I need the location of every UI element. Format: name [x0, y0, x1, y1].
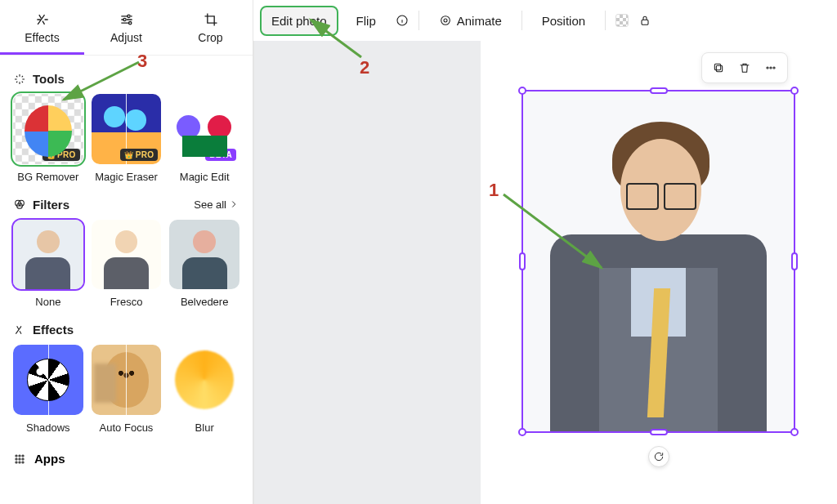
trash-icon [738, 61, 751, 74]
resize-handle-ne[interactable] [790, 87, 799, 95]
tool-magic-edit[interactable]: BETA Magic Edit [169, 94, 239, 183]
svg-point-1 [123, 18, 125, 20]
svg-rect-18 [642, 20, 648, 25]
resize-handle-n[interactable] [650, 87, 668, 94]
filter-fresco[interactable]: Fresco [92, 220, 162, 309]
sparkle-icon [13, 73, 26, 86]
resize-handle-w[interactable] [519, 252, 526, 270]
panel-tabs: Effects Adjust Crop [0, 0, 253, 56]
tool-magic-edit-label: Magic Edit [180, 171, 230, 183]
section-filters: Filters See all None Fresco [13, 198, 239, 309]
more-button[interactable] [759, 56, 782, 79]
flip-label: Flip [356, 14, 376, 28]
svg-point-22 [770, 67, 772, 69]
beta-badge: BETA [205, 149, 236, 161]
tool-magic-eraser[interactable]: PRO Magic Eraser [92, 94, 162, 183]
panel-scroll-body[interactable]: Tools PRO BG Remover PRO Magic Eraser BE… [0, 56, 253, 504]
svg-point-9 [16, 457, 17, 459]
svg-rect-20 [714, 64, 720, 69]
tab-adjust-label: Adjust [110, 31, 142, 44]
filters-icon [13, 198, 26, 211]
tool-magic-eraser-label: Magic Eraser [95, 171, 158, 183]
section-apps-title: Apps [34, 452, 65, 466]
annotation-number-1: 1 [489, 180, 499, 201]
resize-handle-s[interactable] [650, 429, 668, 435]
section-tools: Tools PRO BG Remover PRO Magic Eraser BE… [13, 72, 239, 183]
filter-belvedere-label: Belvedere [181, 296, 229, 308]
delete-button[interactable] [733, 56, 756, 79]
editor-stage-wrap: Edit photo Flip Animate Position [253, 0, 837, 504]
fx-icon [13, 323, 26, 337]
effect-auto-focus-label: Auto Focus [100, 421, 154, 434]
position-button[interactable]: Position [532, 7, 595, 34]
duplicate-button[interactable] [707, 56, 730, 79]
chevron-right-icon [228, 198, 239, 210]
annotation-number-2: 2 [360, 57, 369, 78]
resize-handle-e[interactable] [791, 252, 798, 270]
effect-blur[interactable]: Blur [169, 345, 239, 434]
svg-point-2 [128, 22, 131, 25]
sliders-icon [119, 11, 135, 28]
svg-point-14 [22, 461, 24, 462]
context-toolbar: Edit photo Flip Animate Position [253, 0, 837, 41]
effect-shadows[interactable]: Shadows [13, 345, 83, 434]
effect-auto-focus[interactable]: Auto Focus [92, 345, 162, 434]
toolbar-divider [418, 11, 419, 30]
svg-point-13 [19, 461, 20, 462]
animate-icon [439, 14, 452, 27]
svg-point-12 [16, 461, 17, 462]
tab-effects-label: Effects [25, 31, 60, 44]
filters-see-all[interactable]: See all [194, 198, 239, 211]
filter-none[interactable]: None [13, 220, 83, 309]
tab-adjust[interactable]: Adjust [84, 0, 168, 55]
section-effects-title: Effects [33, 323, 74, 337]
section-tools-title: Tools [33, 72, 65, 86]
section-apps[interactable]: Apps [13, 448, 239, 474]
svg-point-6 [16, 454, 17, 456]
page-gutter [253, 41, 481, 504]
animate-label: Animate [457, 14, 502, 28]
effect-shadows-label: Shadows [26, 421, 69, 434]
selected-photo-element[interactable] [521, 90, 795, 433]
pro-badge: PRO [120, 149, 158, 161]
more-icon [764, 61, 777, 74]
toolbar-divider [521, 11, 522, 30]
svg-point-21 [767, 67, 768, 69]
toolbar-divider [605, 11, 606, 30]
info-icon[interactable] [396, 14, 409, 27]
svg-point-0 [127, 15, 129, 17]
svg-point-23 [773, 67, 775, 69]
animate-button[interactable]: Animate [429, 7, 512, 34]
svg-point-10 [19, 457, 20, 459]
tool-bg-remover[interactable]: PRO BG Remover [13, 94, 83, 183]
tab-crop-label: Crop [198, 31, 222, 44]
svg-rect-19 [716, 65, 722, 71]
rotate-handle[interactable] [648, 446, 669, 467]
transparency-icon[interactable] [615, 14, 629, 27]
fx-icon [34, 11, 51, 28]
apps-grid-icon [13, 453, 26, 466]
tab-effects[interactable]: Effects [0, 0, 84, 55]
pro-badge: PRO [43, 149, 80, 161]
section-effects: Effects Shadows Auto Focus Blur [13, 323, 239, 434]
tab-crop[interactable]: Crop [168, 0, 253, 55]
resize-handle-nw[interactable] [518, 87, 526, 95]
canvas-area[interactable]: 1 [481, 41, 837, 504]
edit-photo-button[interactable]: Edit photo [262, 7, 337, 34]
svg-point-17 [444, 19, 447, 22]
rotate-icon [653, 451, 665, 462]
flip-button[interactable]: Flip [347, 7, 386, 34]
photo-content [523, 91, 794, 431]
tool-bg-remover-label: BG Remover [17, 171, 78, 183]
resize-handle-sw[interactable] [518, 428, 526, 436]
svg-point-8 [22, 454, 24, 456]
filter-belvedere[interactable]: Belvedere [169, 220, 239, 309]
svg-point-7 [19, 454, 20, 456]
element-float-toolbar [701, 52, 788, 83]
position-label: Position [542, 14, 585, 28]
svg-point-11 [22, 457, 24, 459]
lock-icon[interactable] [638, 14, 651, 27]
resize-handle-se[interactable] [790, 428, 799, 436]
crop-icon [203, 11, 219, 28]
editor-stage: 1 [253, 41, 837, 504]
